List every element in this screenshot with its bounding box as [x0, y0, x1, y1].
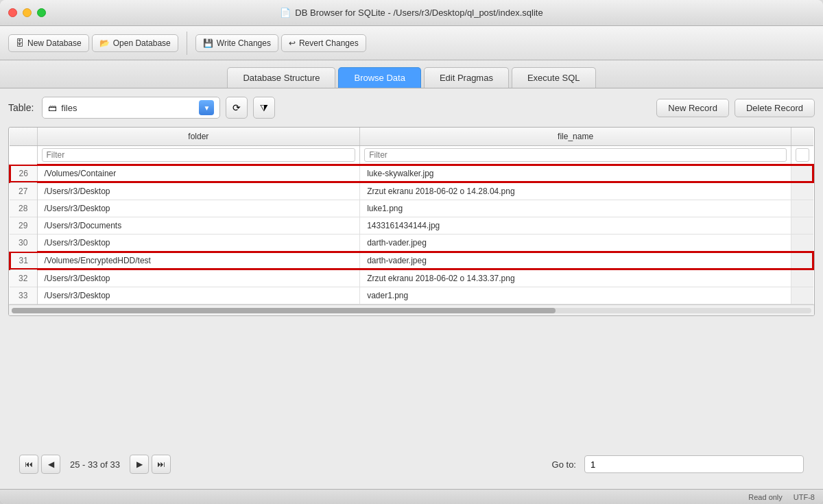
last-page-button[interactable]: ⏭: [152, 455, 171, 474]
table-row[interactable]: 30/Users/r3/Desktopdarth-vader.jpeg: [10, 235, 813, 252]
cell-folder[interactable]: /Users/r3/Desktop: [37, 200, 360, 217]
refresh-icon: ⟳: [232, 102, 241, 113]
table-row[interactable]: 31/Volumes/EncryptedHDD/testdarth-vader.…: [10, 252, 813, 269]
cell-filename[interactable]: 1433161434144.jpg: [360, 217, 791, 235]
filter-button[interactable]: ⧩: [253, 97, 275, 119]
main-toolbar: 🗄 New Database 📂 Open Database 💾 Write C…: [0, 26, 823, 60]
row-number: 32: [10, 269, 37, 287]
file-icon: 📄: [280, 8, 291, 18]
filter-folder-cell: [37, 146, 360, 165]
cell-filename[interactable]: luke1.png: [360, 200, 791, 217]
extra-filter-input[interactable]: [796, 148, 809, 162]
table-row[interactable]: 32/Users/r3/DesktopZrzut ekranu 2018-06-…: [10, 269, 813, 287]
cell-extra: [791, 269, 814, 287]
filename-filter-input[interactable]: [364, 148, 787, 162]
row-number: 31: [10, 252, 37, 269]
horizontal-scrollbar[interactable]: [9, 304, 814, 315]
table-row[interactable]: 29/Users/r3/Documents1433161434144.jpg: [10, 217, 813, 235]
new-record-button[interactable]: New Record: [656, 99, 729, 117]
col-header-filename[interactable]: file_name: [360, 128, 791, 146]
write-changes-button[interactable]: 💾 Write Changes: [195, 34, 278, 52]
folder-filter-input[interactable]: [42, 148, 356, 162]
filter-icon: ⧩: [260, 102, 268, 114]
new-database-button[interactable]: 🗄 New Database: [8, 34, 89, 52]
main-content: Table: 🗃 files ▼ ⟳ ⧩ New Record Delete R…: [0, 88, 823, 489]
open-database-button[interactable]: 📂 Open Database: [92, 34, 178, 52]
col-header-folder[interactable]: folder: [37, 128, 360, 146]
open-db-icon: 📂: [99, 38, 110, 48]
table-label: Table:: [8, 102, 34, 113]
cell-filename[interactable]: luke-skywalker.jpg: [360, 165, 791, 182]
write-icon: 💾: [203, 38, 213, 48]
cell-folder[interactable]: /Volumes/Container: [37, 165, 360, 182]
status-bar: Read only UTF-8: [0, 489, 823, 504]
table-row[interactable]: 28/Users/r3/Desktopluke1.png: [10, 200, 813, 217]
filter-row: [10, 146, 813, 165]
cell-folder[interactable]: /Users/r3/Desktop: [37, 235, 360, 252]
window-title: 📄 DB Browser for SQLite - /Users/r3/Desk…: [280, 8, 542, 18]
data-table-section: folder file_name: [8, 127, 815, 448]
title-bar: 📄 DB Browser for SQLite - /Users/r3/Desk…: [0, 0, 823, 26]
cell-filename[interactable]: vader1.png: [360, 287, 791, 304]
window-controls: [8, 8, 46, 17]
close-button[interactable]: [8, 8, 17, 17]
table-toolbar: Table: 🗃 files ▼ ⟳ ⧩ New Record Delete R…: [8, 97, 815, 119]
goto-input[interactable]: [584, 455, 804, 473]
cell-folder[interactable]: /Users/r3/Desktop: [37, 182, 360, 200]
filter-filename-cell: [360, 146, 791, 165]
cell-extra: [791, 235, 814, 252]
minimize-button[interactable]: [23, 8, 32, 17]
first-page-button[interactable]: ⏮: [19, 455, 38, 474]
toolbar-separator: [187, 32, 187, 55]
table-dropdown-arrow[interactable]: ▼: [199, 100, 214, 115]
selected-table-name: files: [61, 103, 195, 113]
tab-database-structure[interactable]: Database Structure: [227, 67, 335, 88]
cell-filename[interactable]: Zrzut ekranu 2018-06-02 o 14.28.04.png: [360, 182, 791, 200]
table-row[interactable]: 33/Users/r3/Desktopvader1.png: [10, 287, 813, 304]
cell-folder[interactable]: /Users/r3/Desktop: [37, 287, 360, 304]
col-header-extra: [791, 128, 814, 146]
data-table-wrapper: folder file_name: [8, 127, 815, 316]
delete-record-button[interactable]: Delete Record: [735, 99, 815, 117]
cell-extra: [791, 217, 814, 235]
revert-icon: ↩: [289, 38, 296, 48]
cell-folder[interactable]: /Volumes/EncryptedHDD/test: [37, 252, 360, 269]
page-range: 25 - 33 of 33: [63, 459, 127, 470]
filter-extra-cell: [791, 146, 814, 165]
table-row[interactable]: 27/Users/r3/DesktopZrzut ekranu 2018-06-…: [10, 182, 813, 200]
table-selector-icon: 🗃: [48, 103, 57, 113]
cell-filename[interactable]: darth-vader.jpeg: [360, 252, 791, 269]
goto-label: Go to:: [552, 459, 576, 470]
tab-edit-pragmas[interactable]: Edit Pragmas: [424, 67, 509, 88]
next-page-button[interactable]: ▶: [130, 455, 149, 474]
readonly-status: Read only: [748, 493, 783, 501]
row-number: 33: [10, 287, 37, 304]
row-number: 28: [10, 200, 37, 217]
tab-execute-sql[interactable]: Execute SQL: [512, 67, 596, 88]
revert-changes-button[interactable]: ↩ Revert Changes: [281, 34, 366, 52]
refresh-button[interactable]: ⟳: [226, 97, 248, 119]
pagination-bar: ⏮ ◀ 25 - 33 of 33 ▶ ⏭ Go to:: [8, 448, 815, 481]
cell-extra: [791, 252, 814, 269]
data-table: folder file_name: [9, 128, 814, 304]
cell-folder[interactable]: /Users/r3/Desktop: [37, 269, 360, 287]
cell-folder[interactable]: /Users/r3/Documents: [37, 217, 360, 235]
row-number: 29: [10, 217, 37, 235]
encoding-status: UTF-8: [794, 493, 815, 501]
column-headers: folder file_name: [10, 128, 813, 146]
cell-filename[interactable]: Zrzut ekranu 2018-06-02 o 14.33.37.png: [360, 269, 791, 287]
prev-page-button[interactable]: ◀: [41, 455, 60, 474]
new-db-icon: 🗄: [16, 38, 24, 48]
app-window: 📄 DB Browser for SQLite - /Users/r3/Desk…: [0, 0, 823, 504]
table-selector[interactable]: 🗃 files ▼: [42, 97, 220, 119]
table-row[interactable]: 26/Volumes/Containerluke-skywalker.jpg: [10, 165, 813, 182]
row-number: 27: [10, 182, 37, 200]
cell-filename[interactable]: darth-vader.jpeg: [360, 235, 791, 252]
row-number: 30: [10, 235, 37, 252]
tab-browse-data[interactable]: Browse Data: [338, 67, 420, 88]
table-body: 26/Volumes/Containerluke-skywalker.jpg27…: [10, 165, 813, 304]
maximize-button[interactable]: [37, 8, 46, 17]
cell-extra: [791, 165, 814, 182]
h-scroll-thumb: [12, 308, 556, 313]
h-scroll-track: [12, 308, 811, 313]
